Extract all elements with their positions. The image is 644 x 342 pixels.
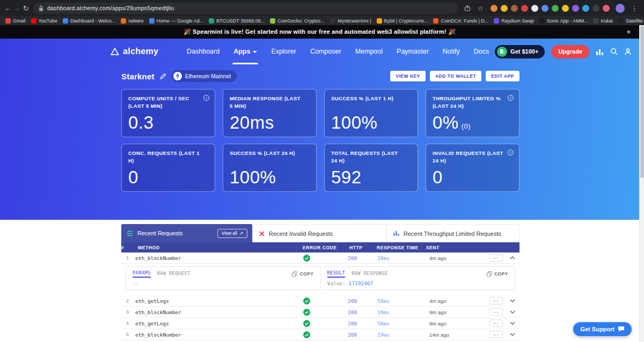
extension-icon[interactable] (501, 5, 508, 12)
bookmark-label: Home — Google Ad... (157, 18, 204, 24)
bookmark-item[interactable]: Sonic App - AMM... (539, 18, 588, 24)
browser-menu-icon[interactable]: ⋮ (629, 4, 640, 12)
bookmark-item[interactable]: Mysticwarriors | (330, 18, 371, 24)
alchemy-logo[interactable]: alchemy (111, 39, 158, 64)
tab-recent-invalid-requests[interactable]: Recent Invalid Requests (252, 224, 386, 242)
extension-icon[interactable] (603, 5, 610, 12)
nav-item[interactable]: Composer (310, 39, 341, 64)
chevron-down-icon[interactable] (506, 333, 519, 336)
copy-response-button[interactable]: COPY (487, 271, 508, 277)
forward-icon[interactable]: → (13, 4, 21, 12)
bookmark-item[interactable]: railwire (121, 18, 144, 24)
address-bar[interactable]: dashboard.alchemy.com/apps/29umpn5qmedtj… (33, 3, 458, 14)
table-row[interactable]: 5 eth_blockNumber 200 19ms 14m ago ⋯ (121, 329, 519, 340)
extension-icon[interactable] (582, 5, 589, 12)
user-icon[interactable] (624, 48, 632, 55)
bookmark-item[interactable]: Satellite by Axelar (618, 18, 644, 24)
row-menu-button[interactable]: ⋯ (489, 331, 503, 338)
bookmark-item[interactable]: Bybit | Cryptocurre... (377, 18, 428, 24)
url-text: dashboard.alchemy.com/apps/29umpn5qmedtj… (47, 5, 174, 11)
extension-icon[interactable] (592, 5, 599, 12)
raw-request-tab[interactable]: RAW REQUEST (157, 271, 191, 277)
table-row[interactable]: 1 eth_blockNumber 200 20ms 4m ago ⋯ (121, 252, 519, 264)
nav-item[interactable]: Dashboard (187, 39, 219, 64)
tab-recent-requests[interactable]: Recent Requests View all ↗ (121, 224, 252, 242)
view-all-button[interactable]: View all ↗ (217, 229, 247, 238)
metric-value: 20ms (230, 113, 274, 132)
bookmark-item[interactable]: CoinGecko: Cryptoc... (270, 18, 325, 24)
nav-item[interactable]: Notify (443, 39, 460, 64)
nav-item[interactable]: Mempool (355, 39, 383, 64)
bookmark-item[interactable]: YouTube (31, 18, 57, 24)
close-icon[interactable]: × (626, 28, 631, 35)
extension-icon[interactable] (572, 5, 579, 12)
chevron-down-icon[interactable] (506, 299, 519, 302)
chevron-up-icon[interactable] (506, 256, 519, 259)
table-row[interactable]: 3 eth_blockNumber 200 19ms 9m ago ⋯ (121, 307, 519, 318)
page-title: Starknet (121, 72, 155, 81)
get-credits-button[interactable]: Get $100+ (495, 45, 545, 58)
params-tab[interactable]: PARAMS (133, 270, 151, 278)
bookmark-favicon (330, 18, 335, 24)
row-menu-button[interactable]: ⋯ (489, 297, 503, 304)
bookmark-item[interactable]: Raydium Swap (494, 18, 534, 24)
bookmark-label: Satellite by Axelar (626, 18, 644, 24)
info-icon[interactable] (508, 95, 514, 101)
bookmark-item[interactable]: Dashboard - Welco... (63, 18, 115, 24)
back-icon[interactable]: ← (4, 4, 12, 12)
upgrade-button[interactable]: Upgrade (551, 45, 589, 58)
reload-icon[interactable]: ↻ (22, 4, 30, 12)
nav-item[interactable]: Paymaster (397, 39, 429, 64)
row-menu-button[interactable]: ⋯ (489, 308, 503, 316)
profile-avatar[interactable] (616, 4, 625, 13)
metric-cards: COMPUTE UNITS / SEC (LAST 5 MIN) 0.3 MED… (121, 89, 519, 192)
nav-item[interactable]: Explorer (271, 39, 296, 64)
get-support-button[interactable]: Get Support (573, 322, 632, 336)
bookmark-item[interactable]: Kukai (593, 18, 613, 24)
app-action-button[interactable]: VIEW KEY (390, 71, 426, 81)
sent-time: 9m ago (426, 309, 486, 315)
bookmark-item[interactable]: CoinDCX: Funds | D... (433, 18, 488, 24)
extension-icon[interactable] (552, 5, 559, 12)
nav-item[interactable]: Docs (474, 39, 489, 64)
table-row[interactable]: 4 eth_getLogs 200 50ms 9m ago ⋯ (121, 318, 519, 329)
info-icon[interactable] (508, 150, 514, 155)
extension-icon[interactable] (562, 5, 569, 12)
result-tab[interactable]: RESULT (327, 270, 346, 278)
search-icon[interactable] (610, 48, 618, 55)
edit-title-icon[interactable] (160, 73, 166, 79)
tab-recent-throughput-limited[interactable]: Recent Throughput Limited Requests (386, 224, 519, 242)
scrollbar-thumb[interactable] (640, 26, 644, 178)
scrollbar[interactable] (639, 25, 644, 342)
success-check-icon (301, 331, 346, 338)
chevron-down-icon[interactable] (506, 310, 519, 314)
copy-request-button[interactable]: COPY (292, 271, 313, 277)
bookmark-item[interactable]: Gmail (5, 18, 26, 24)
bookmark-favicon (377, 18, 382, 24)
raw-response-tab[interactable]: RAW RESPONSE (352, 271, 387, 277)
extension-icon[interactable] (521, 5, 528, 12)
response-time: 50ms (374, 321, 426, 326)
header-actions: Get $100+ Upgrade (495, 39, 632, 64)
table-row[interactable]: 2 eth_getLogs 200 54ms 4m ago ⋯ (121, 295, 519, 307)
bookmark-item[interactable]: Home — Google Ad... (149, 18, 204, 24)
stats-icon[interactable] (596, 48, 604, 55)
nav-item[interactable]: Apps (233, 39, 257, 64)
row-menu-button[interactable]: ⋯ (489, 319, 503, 327)
share-icon[interactable] (464, 5, 471, 11)
row-menu-button[interactable]: ⋯ (489, 254, 503, 262)
metric-value: 0 (433, 168, 443, 187)
metric-label: SUCCESS % (LAST 1 H) (331, 95, 405, 102)
extension-icon[interactable] (531, 5, 538, 12)
app-action-button[interactable]: EDIT APP (486, 71, 519, 81)
extension-icon[interactable] (491, 5, 497, 12)
bookmark-star-icon[interactable]: ☆ (475, 4, 486, 12)
extension-icon[interactable] (511, 5, 518, 12)
chevron-down-icon[interactable] (506, 322, 519, 325)
bookmark-item[interactable]: BTCUSDT 35868.08... (209, 18, 265, 24)
http-code: 200 (346, 298, 374, 304)
extension-icon[interactable] (541, 5, 548, 12)
info-icon[interactable] (203, 95, 209, 101)
app-action-button[interactable]: ADD TO WALLET (430, 71, 481, 81)
bookmark-favicon (593, 18, 598, 24)
